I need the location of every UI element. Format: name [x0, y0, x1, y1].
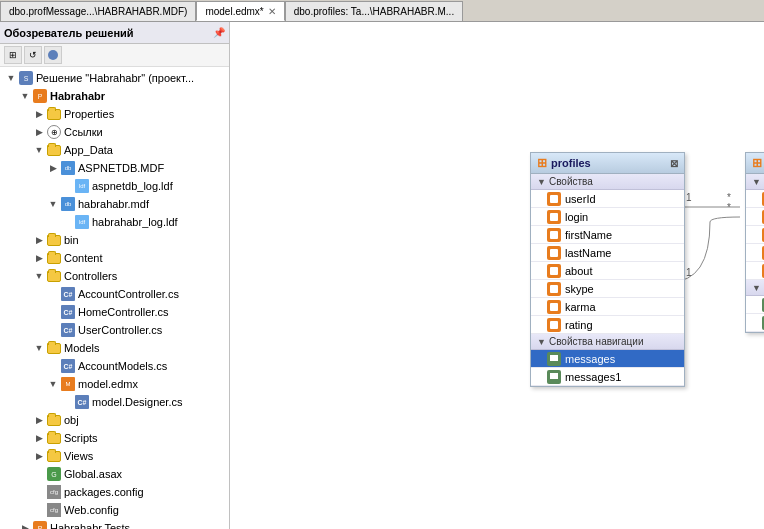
expand-scripts[interactable]: ▶: [32, 431, 46, 445]
toolbar-btn-2[interactable]: ↺: [24, 46, 42, 64]
messages-nav-expand[interactable]: ▼: [752, 283, 761, 293]
cs-homectrl-icon: C#: [60, 304, 76, 320]
profiles-prop-lastname[interactable]: lastName: [531, 244, 684, 262]
sidebar-item-packages[interactable]: ▶ cfg packages.config: [0, 483, 229, 501]
sidebar-item-global[interactable]: ▶ G Global.asax: [0, 465, 229, 483]
tab-modeledmx-label: model.edmx*: [205, 6, 263, 17]
tab-profmessage[interactable]: dbo.profMessage...\HABRAHABR.MDF): [0, 1, 196, 21]
diagram-canvas[interactable]: 1 * 1 * ⊞ profiles ⊠ ▼: [230, 22, 764, 529]
expand-appdata[interactable]: ▼: [32, 143, 46, 157]
profiles-prop-about[interactable]: about: [531, 262, 684, 280]
tab-modeledmx-close[interactable]: ✕: [268, 6, 276, 17]
expand-controllers[interactable]: ▼: [32, 269, 46, 283]
sidebar-item-solution[interactable]: ▼ S Решение "Habrahabr" (проект...: [0, 69, 229, 87]
messages-prop-touserid[interactable]: toUserId: [746, 226, 764, 244]
expand-tests[interactable]: ▶: [18, 521, 32, 529]
tab-modeledmx[interactable]: model.edmx* ✕: [196, 1, 284, 21]
sidebar-item-properties[interactable]: ▶ Properties: [0, 105, 229, 123]
sidebar-item-modeldesigner[interactable]: ▶ C# model.Designer.cs: [0, 393, 229, 411]
sidebar-item-webconfig[interactable]: ▶ cfg Web.config: [0, 501, 229, 519]
sidebar-item-models[interactable]: ▼ Models: [0, 339, 229, 357]
profiles-prop-userId[interactable]: userId: [531, 190, 684, 208]
svg-rect-9: [550, 231, 558, 239]
sidebar-item-aspnetdb[interactable]: ▶ db ASPNETDB.MDF: [0, 159, 229, 177]
global-label: Global.asax: [64, 468, 122, 480]
prop-firstname-icon: [547, 228, 561, 242]
expand-obj[interactable]: ▶: [32, 413, 46, 427]
messages-prop-id[interactable]: id: [746, 190, 764, 208]
messages-prop-body[interactable]: body: [746, 262, 764, 280]
sidebar-item-aspnetlog[interactable]: ▶ ldf aspnetdb_log.ldf: [0, 177, 229, 195]
sidebar-item-userctrl[interactable]: ▶ C# UserController.cs: [0, 321, 229, 339]
messages-nav-profiles[interactable]: profiles: [746, 296, 764, 314]
sidebar-item-accountmodels[interactable]: ▶ C# AccountModels.cs: [0, 357, 229, 375]
profiles-prop-login[interactable]: login: [531, 208, 684, 226]
sidebar-item-habrahabrlog[interactable]: ▶ ldf habrahabr_log.ldf: [0, 213, 229, 231]
pin-icon[interactable]: 📌: [213, 27, 225, 38]
expand-properties[interactable]: ▶: [32, 107, 46, 121]
mdf-habr-icon: db: [60, 196, 76, 212]
expand-aspnetdb[interactable]: ▶: [46, 161, 60, 175]
messages-prop-fromuserid[interactable]: fromUserId: [746, 208, 764, 226]
profiles-prop-firstname[interactable]: firstName: [531, 226, 684, 244]
sidebar-item-views[interactable]: ▶ Views: [0, 447, 229, 465]
profiles-collapse-btn[interactable]: ⊠: [670, 158, 678, 169]
toolbar-btn-1[interactable]: ⊞: [4, 46, 22, 64]
habrahabrmdf-label: habrahabr.mdf: [78, 198, 149, 210]
expand-solution[interactable]: ▼: [4, 71, 18, 85]
messages-nav-profiles1[interactable]: profiles1: [746, 314, 764, 332]
prop-rating-label: rating: [565, 319, 593, 331]
messages-header-left: ⊞ messages: [752, 156, 764, 170]
edmx-icon: M: [60, 376, 76, 392]
sidebar-item-tests[interactable]: ▶ P Habrahabr.Tests: [0, 519, 229, 529]
sidebar-item-appdata[interactable]: ▼ App_Data: [0, 141, 229, 159]
sidebar-item-refs[interactable]: ▶ ⊕ Ссылки: [0, 123, 229, 141]
project-tests-icon: P: [32, 520, 48, 529]
svg-rect-7: [550, 195, 558, 203]
prop-skype-label: skype: [565, 283, 594, 295]
svg-rect-13: [550, 303, 558, 311]
profiles-prop-rating[interactable]: rating: [531, 316, 684, 334]
profiles-nav-expand[interactable]: ▼: [537, 337, 546, 347]
toolbar-btn-3[interactable]: [44, 46, 62, 64]
expand-bin[interactable]: ▶: [32, 233, 46, 247]
project-label: Habrahabr: [50, 90, 105, 102]
expand-project[interactable]: ▼: [18, 89, 32, 103]
expand-views[interactable]: ▶: [32, 449, 46, 463]
messages-prop-datetime[interactable]: dateTime: [746, 244, 764, 262]
sidebar-item-scripts[interactable]: ▶ Scripts: [0, 429, 229, 447]
messages-props-expand[interactable]: ▼: [752, 177, 761, 187]
profiles-nav-messages[interactable]: messages: [531, 350, 684, 368]
profiles-props-expand[interactable]: ▼: [537, 177, 546, 187]
sidebar-item-project[interactable]: ▼ P Habrahabr: [0, 87, 229, 105]
expand-habrahabrmdf[interactable]: ▼: [46, 197, 60, 211]
tab-profiles[interactable]: dbo.profiles: Ta...\HABRAHABR.M...: [285, 1, 463, 21]
prop-userId-label: userId: [565, 193, 596, 205]
controllers-label: Controllers: [64, 270, 117, 282]
svg-rect-11: [550, 267, 558, 275]
aspnetdb-label: ASPNETDB.MDF: [78, 162, 164, 174]
sidebar-item-homectrl[interactable]: ▶ C# HomeController.cs: [0, 303, 229, 321]
content-label: Content: [64, 252, 103, 264]
expand-refs[interactable]: ▶: [32, 125, 46, 139]
cs-accountctrl-icon: C#: [60, 286, 76, 302]
refs-label: Ссылки: [64, 126, 103, 138]
sidebar-item-bin[interactable]: ▶ bin: [0, 231, 229, 249]
sidebar-item-controllers[interactable]: ▼ Controllers: [0, 267, 229, 285]
prop-about-icon: [547, 264, 561, 278]
svg-rect-8: [550, 213, 558, 221]
sidebar-item-obj[interactable]: ▶ obj: [0, 411, 229, 429]
expand-content[interactable]: ▶: [32, 251, 46, 265]
project-icon: P: [32, 88, 48, 104]
solution-label: Решение "Habrahabr" (проект...: [36, 72, 194, 84]
sidebar-item-accountctrl[interactable]: ▶ C# AccountController.cs: [0, 285, 229, 303]
webconfig-label: Web.config: [64, 504, 119, 516]
sidebar-item-modeledmx[interactable]: ▼ M model.edmx: [0, 375, 229, 393]
expand-modeledmx[interactable]: ▼: [46, 377, 60, 391]
profiles-nav-messages1[interactable]: messages1: [531, 368, 684, 386]
expand-models[interactable]: ▼: [32, 341, 46, 355]
profiles-prop-skype[interactable]: skype: [531, 280, 684, 298]
sidebar-item-habrahabrmdf[interactable]: ▼ db habrahabr.mdf: [0, 195, 229, 213]
sidebar-item-content[interactable]: ▶ Content: [0, 249, 229, 267]
profiles-prop-karma[interactable]: karma: [531, 298, 684, 316]
